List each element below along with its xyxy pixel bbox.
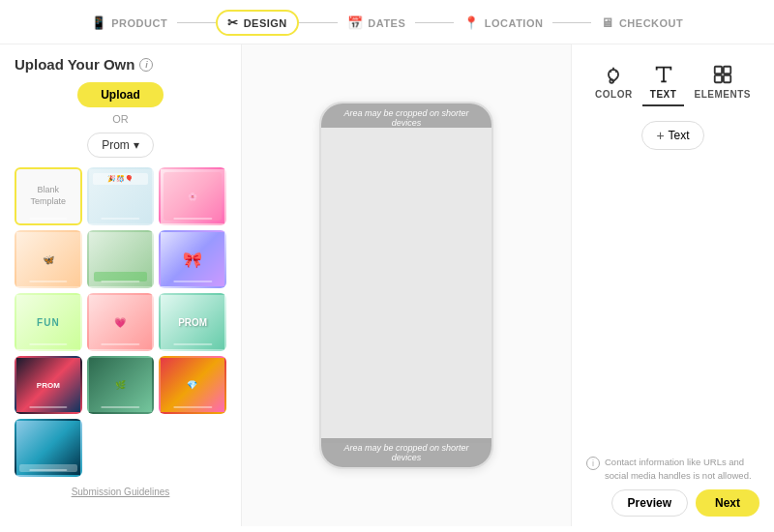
- tab-text[interactable]: TEXT: [642, 59, 685, 106]
- dates-icon: 📅: [347, 15, 364, 30]
- phone-content: [321, 128, 491, 443]
- plus-icon: +: [656, 128, 664, 143]
- template-item-5[interactable]: 🎀: [159, 230, 226, 288]
- template-item-2[interactable]: 🌸: [159, 167, 226, 225]
- upload-button[interactable]: Upload: [77, 82, 164, 107]
- nav-step-checkout[interactable]: 🖥 CHECKOUT: [591, 12, 693, 34]
- nav-step-design[interactable]: ✂ DESIGN: [216, 10, 299, 36]
- nav-divider-3: [415, 22, 454, 23]
- checkout-icon: 🖥: [601, 15, 614, 30]
- category-dropdown[interactable]: Prom ▾: [87, 133, 154, 158]
- blank-template-label: BlankTemplate: [31, 185, 67, 207]
- product-icon: 📱: [91, 15, 107, 30]
- svg-rect-1: [724, 67, 730, 74]
- add-text-button[interactable]: + Text: [641, 121, 703, 150]
- tool-tabs: COLOR TEXT ELEMENTS: [586, 59, 759, 106]
- template-grid: BlankTemplate 🎉🎊🎈 🌸 🦋: [15, 167, 226, 477]
- svg-rect-3: [724, 75, 730, 82]
- template-item-6[interactable]: FUN: [15, 293, 82, 351]
- right-panel: COLOR TEXT ELEMENTS: [571, 44, 774, 526]
- template-item-12[interactable]: [15, 419, 82, 477]
- center-panel: Area may be cropped on shorter devices A…: [242, 44, 571, 526]
- info-note-container: i Contact information like URLs and soci…: [586, 456, 759, 482]
- phone-mockup: Area may be cropped on shorter devices A…: [319, 102, 493, 469]
- main-content: Upload Your Own i Upload OR Prom ▾ Blank…: [0, 44, 774, 526]
- right-bottom: i Contact information like URLs and soci…: [586, 456, 759, 517]
- template-item-9[interactable]: PROM: [15, 356, 82, 414]
- svg-rect-0: [714, 67, 721, 74]
- next-button[interactable]: Next: [696, 489, 759, 517]
- chevron-down-icon: ▾: [134, 138, 139, 152]
- nav-step-location[interactable]: 📍 LOCATION: [454, 12, 552, 34]
- template-item-4[interactable]: [87, 230, 155, 288]
- location-icon: 📍: [463, 15, 480, 30]
- nav-divider-2: [299, 22, 338, 23]
- top-navigation: 📱 PRODUCT ✂ DESIGN 📅 DATES 📍 LOCATION 🖥 …: [0, 0, 774, 44]
- design-icon: ✂: [227, 15, 239, 30]
- template-item-8[interactable]: PROM: [159, 293, 226, 351]
- template-item-3[interactable]: 🦋: [15, 230, 82, 288]
- template-item-1[interactable]: 🎉🎊🎈: [87, 167, 155, 225]
- nav-divider-4: [552, 22, 591, 23]
- template-item-10[interactable]: 🌿: [87, 356, 155, 414]
- left-panel: Upload Your Own i Upload OR Prom ▾ Blank…: [0, 44, 242, 526]
- svg-rect-2: [714, 75, 721, 82]
- color-icon: [603, 64, 624, 85]
- nav-step-dates[interactable]: 📅 DATES: [338, 12, 415, 34]
- elements-icon: [712, 64, 733, 85]
- or-divider: OR: [15, 113, 226, 125]
- bottom-buttons: Preview Next: [586, 489, 759, 517]
- template-item-blank[interactable]: BlankTemplate: [15, 167, 82, 225]
- preview-button[interactable]: Preview: [611, 489, 688, 517]
- text-icon: [653, 64, 674, 85]
- template-item-11[interactable]: 💎: [159, 356, 226, 414]
- info-note-text: Contact information like URLs and social…: [605, 456, 759, 482]
- tab-elements[interactable]: ELEMENTS: [686, 59, 758, 106]
- upload-title: Upload Your Own i: [15, 56, 226, 73]
- upload-info-icon[interactable]: i: [139, 58, 153, 72]
- info-circle-icon: i: [586, 457, 600, 470]
- crop-warning-bottom: Area may be cropped on shorter devices: [321, 438, 491, 467]
- nav-step-product[interactable]: 📱 PRODUCT: [81, 12, 177, 34]
- tab-color[interactable]: COLOR: [587, 59, 640, 106]
- submission-guidelines-link[interactable]: Submission Guidelines: [15, 487, 226, 497]
- nav-divider-1: [177, 22, 216, 23]
- template-item-7[interactable]: 💗: [87, 293, 155, 351]
